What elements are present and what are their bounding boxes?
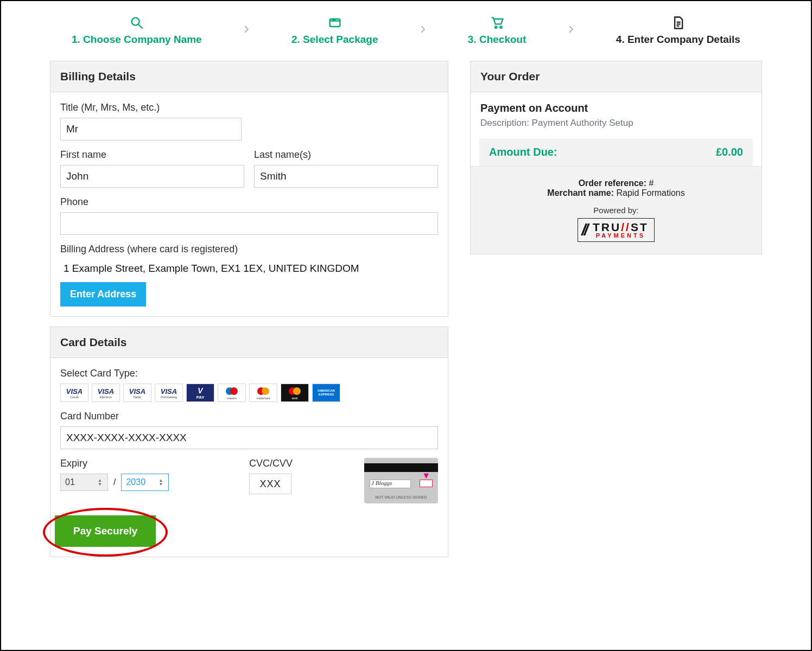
chevron-right-icon [242, 24, 251, 36]
last-name-label: Last name(s) [254, 149, 438, 161]
svg-point-12 [230, 387, 238, 395]
address-value: 1 Example Street, Example Town, EX1 1EX,… [60, 259, 438, 282]
arrow-down-icon: ▼ [422, 471, 430, 481]
package-icon [327, 15, 342, 30]
pay-securely-button[interactable]: Pay Securely [55, 515, 156, 547]
first-name-label: First name [60, 149, 244, 161]
first-name-input[interactable] [60, 165, 244, 188]
step-label: 1. Choose Company Name [72, 34, 202, 46]
chevron-right-icon [418, 24, 428, 36]
step-label: 4. Enter Company Details [616, 34, 740, 46]
card-vpay[interactable]: VPAY [186, 384, 214, 402]
search-icon [129, 15, 144, 30]
card-details-panel: Card Details Select Card Type: VISACredi… [50, 327, 448, 557]
card-visa-purchasing[interactable]: VISAPurchasing [155, 384, 183, 402]
trust-payments-logo: // TRU//ST PAYMENTS [578, 218, 654, 242]
card-visa-electron[interactable]: VISAElectron [92, 384, 120, 402]
address-label: Billing Address (where card is registere… [60, 244, 438, 255]
card-mastercard[interactable]: mastercard [249, 384, 277, 402]
order-product: Payment on Account [480, 102, 752, 114]
svg-point-16 [293, 387, 301, 395]
svg-point-7 [500, 26, 502, 28]
expiry-year-select[interactable]: 2030 ▲▼ [121, 474, 169, 491]
chevron-right-icon [566, 24, 576, 36]
expiry-label: Expiry [60, 458, 223, 469]
billing-details-panel: Billing Details Title (Mr, Mrs, Ms, etc.… [50, 61, 448, 317]
amount-due-row: Amount Due: £0.00 [479, 138, 753, 166]
step-label: 3. Checkout [468, 34, 526, 46]
stepper-arrows-icon: ▲▼ [97, 478, 103, 486]
amount-value: £0.00 [716, 146, 743, 158]
expiry-separator: / [113, 477, 116, 487]
order-desc: Description: Payment Authority Setup [480, 118, 752, 129]
order-meta: Order reference: # Merchant name: Rapid … [471, 166, 762, 254]
svg-point-4 [333, 20, 333, 20]
phone-label: Phone [60, 196, 438, 208]
card-heading: Card Details [50, 327, 448, 358]
title-input[interactable] [60, 118, 242, 141]
step-choose-company[interactable]: 1. Choose Company Name [72, 15, 202, 46]
cvc-input[interactable]: XXX [249, 474, 291, 494]
card-visa-debit[interactable]: VISADebit [123, 384, 151, 402]
amount-label: Amount Due: [489, 146, 557, 158]
card-number-label: Card Number [60, 411, 438, 422]
order-heading: Your Order [471, 61, 762, 92]
stepper-arrows-icon: ▲▼ [157, 478, 164, 486]
checkout-stepper: 1. Choose Company Name 2. Select Package… [50, 11, 762, 61]
title-label: Title (Mr, Mrs, Ms, etc.) [60, 102, 438, 113]
step-enter-details[interactable]: 4. Enter Company Details [616, 15, 740, 46]
document-icon [670, 15, 686, 30]
step-label: 2. Select Package [291, 34, 378, 46]
card-number-input[interactable] [60, 426, 438, 449]
expiry-month-select[interactable]: 01 ▲▼ [60, 474, 108, 491]
svg-point-5 [334, 20, 335, 20]
card-back-graphic: J Bloggs ▼ NOT VALID UNLESS SIGNED [364, 458, 438, 503]
step-select-package[interactable]: 2. Select Package [291, 15, 378, 46]
card-mastercard-debit[interactable]: debit [281, 384, 309, 402]
svg-point-14 [262, 387, 269, 395]
enter-address-button[interactable]: Enter Address [60, 282, 146, 307]
svg-line-1 [138, 25, 142, 29]
cvc-label: CVC/CVV [249, 458, 325, 469]
svg-point-6 [495, 26, 497, 28]
your-order-panel: Your Order Payment on Account Descriptio… [470, 61, 762, 254]
card-amex[interactable]: AMERICANEXPRESS [312, 384, 340, 402]
card-visa-credit[interactable]: VISACredit [60, 384, 88, 402]
step-checkout[interactable]: 3. Checkout [468, 15, 526, 46]
svg-point-0 [131, 18, 139, 25]
phone-input[interactable] [60, 212, 438, 235]
powered-by-label: Powered by: [477, 206, 755, 215]
billing-heading: Billing Details [50, 61, 448, 92]
cart-icon [490, 15, 505, 30]
last-name-input[interactable] [254, 165, 438, 188]
card-type-strip: VISACredit VISAElectron VISADebit VISAPu… [60, 384, 438, 402]
card-maestro[interactable]: maestro [218, 384, 246, 402]
select-card-type-label: Select Card Type: [60, 368, 438, 379]
